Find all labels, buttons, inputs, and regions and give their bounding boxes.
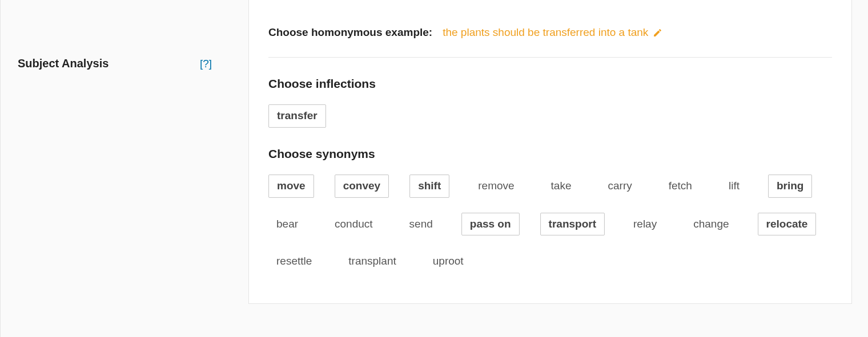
synonym-token-lift[interactable]: lift bbox=[721, 175, 748, 197]
synonym-token-shift[interactable]: shift bbox=[409, 174, 449, 198]
synonym-token-bring[interactable]: bring bbox=[768, 174, 813, 198]
homonymous-example-link[interactable]: the plants should be transferred into a … bbox=[443, 26, 662, 39]
homonymous-example-row: Choose homonymous example: the plants sh… bbox=[268, 15, 832, 58]
synonym-token-conduct[interactable]: conduct bbox=[327, 213, 381, 236]
synonyms-heading: Choose synonyms bbox=[268, 147, 832, 161]
synonym-token-transplant[interactable]: transplant bbox=[340, 250, 404, 273]
synonym-token-resettle[interactable]: resettle bbox=[268, 250, 320, 273]
synonym-token-convey[interactable]: convey bbox=[335, 174, 389, 198]
synonym-token-remove[interactable]: remove bbox=[470, 175, 522, 197]
example-text: the plants should be transferred into a … bbox=[443, 26, 648, 39]
synonyms-list: moveconveyshiftremovetakecarryfetchliftb… bbox=[268, 174, 832, 273]
synonym-token-move[interactable]: move bbox=[268, 174, 314, 198]
synonym-token-transport[interactable]: transport bbox=[540, 213, 605, 236]
example-label: Choose homonymous example: bbox=[268, 26, 432, 39]
inflection-token-transfer[interactable]: transfer bbox=[268, 104, 326, 128]
inflections-list: transfer bbox=[268, 104, 832, 128]
sidebar-heading: Subject Analysis bbox=[18, 57, 108, 70]
sidebar: Subject Analysis [?] bbox=[0, 0, 227, 337]
synonym-token-take[interactable]: take bbox=[543, 175, 580, 197]
main-panel: Choose homonymous example: the plants sh… bbox=[227, 0, 868, 337]
synonym-token-send[interactable]: send bbox=[401, 213, 441, 236]
help-link[interactable]: [?] bbox=[200, 58, 212, 70]
synonym-token-carry[interactable]: carry bbox=[600, 175, 640, 197]
analysis-card: Choose homonymous example: the plants sh… bbox=[248, 0, 852, 304]
synonym-token-relocate[interactable]: relocate bbox=[758, 213, 817, 236]
sidebar-item-subject-analysis[interactable]: Subject Analysis [?] bbox=[1, 55, 227, 72]
inflections-heading: Choose inflections bbox=[268, 77, 832, 91]
synonym-token-pass-on[interactable]: pass on bbox=[461, 213, 520, 236]
synonym-token-fetch[interactable]: fetch bbox=[661, 175, 700, 197]
synonym-token-uproot[interactable]: uproot bbox=[425, 250, 472, 273]
pencil-icon bbox=[653, 28, 662, 38]
synonym-token-relay[interactable]: relay bbox=[625, 213, 665, 236]
synonym-token-change[interactable]: change bbox=[685, 213, 737, 236]
synonym-token-bear[interactable]: bear bbox=[268, 213, 306, 236]
